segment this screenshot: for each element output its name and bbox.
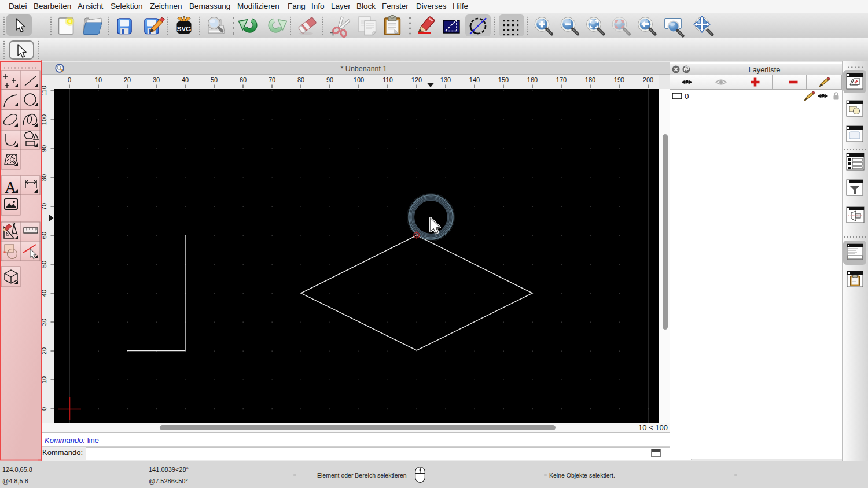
svg-text:110: 110 <box>42 86 47 96</box>
svg-text:80: 80 <box>42 174 47 181</box>
svg-text:90: 90 <box>42 145 47 152</box>
svg-text:100: 100 <box>354 76 364 83</box>
svg-text:0: 0 <box>68 76 71 83</box>
svg-text:0: 0 <box>42 407 47 411</box>
svg-text:150: 150 <box>498 76 509 83</box>
svg-text:60: 60 <box>42 232 47 239</box>
svg-text:200: 200 <box>643 76 653 83</box>
svg-text:30: 30 <box>153 76 160 83</box>
svg-text:50: 50 <box>42 261 47 268</box>
svg-text:110: 110 <box>382 76 393 83</box>
svg-text:50: 50 <box>211 76 218 83</box>
svg-text:80: 80 <box>297 76 304 83</box>
svg-text:180: 180 <box>585 76 595 83</box>
svg-text:140: 140 <box>469 76 480 83</box>
svg-text:190: 190 <box>614 76 624 83</box>
svg-text:130: 130 <box>440 76 451 83</box>
svg-text:100: 100 <box>42 114 47 125</box>
svg-text:40: 40 <box>182 76 189 83</box>
svg-text:40: 40 <box>42 290 47 297</box>
svg-text:10: 10 <box>42 376 47 383</box>
svg-text:10: 10 <box>95 76 102 83</box>
svg-text:20: 20 <box>42 347 47 354</box>
svg-text:A: A <box>5 178 17 196</box>
svg-text:160: 160 <box>527 76 538 83</box>
svg-text:90: 90 <box>326 76 333 83</box>
svg-text:70: 70 <box>269 76 275 83</box>
svg-text:120: 120 <box>411 76 422 83</box>
svg-text:60: 60 <box>240 76 247 83</box>
svg-text:30: 30 <box>42 319 47 326</box>
svg-text:20: 20 <box>124 76 131 83</box>
svg-text:170: 170 <box>556 76 567 83</box>
svg-text:70: 70 <box>42 203 47 210</box>
svg-text:SVG: SVG <box>177 25 191 32</box>
